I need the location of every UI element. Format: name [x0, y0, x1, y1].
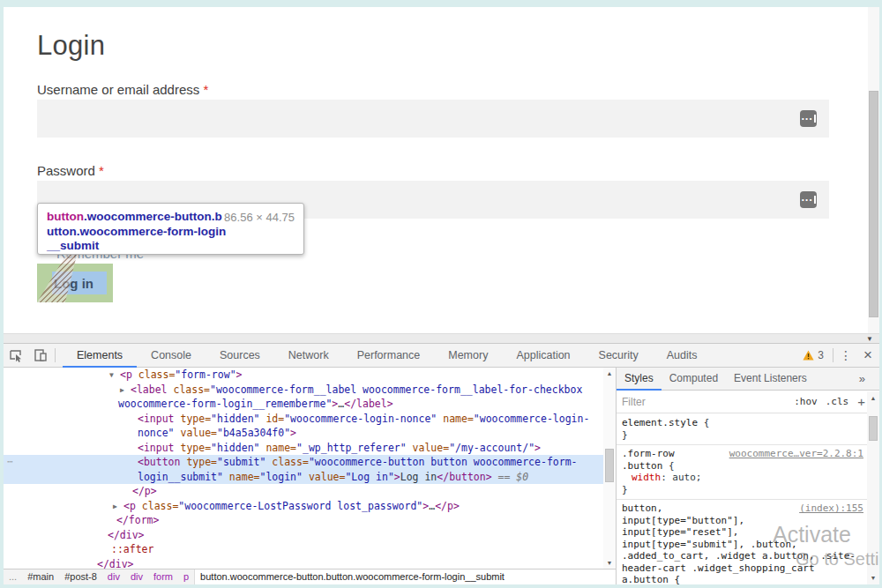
tooltip-selector-line: __submit	[47, 239, 295, 254]
stylesheet-link[interactable]: woocommerce…ver=2.2.8:1	[729, 448, 863, 460]
dom-tree-line[interactable]: ⋯<button type="submit" class="woocommerc…	[4, 455, 603, 470]
dom-tree-line[interactable]: </form>	[4, 513, 603, 528]
tab-memory[interactable]: Memory	[434, 344, 502, 368]
devtools-close-icon[interactable]: ×	[856, 344, 879, 367]
devtools-toolbar: ElementsConsoleSourcesNetworkPerformance…	[4, 344, 879, 368]
tab-application[interactable]: Application	[502, 344, 584, 368]
toggle-hover-state-button[interactable]: :hov	[794, 396, 818, 407]
toolbar-separator	[833, 348, 833, 362]
scroll-down-icon[interactable]: ▼	[866, 334, 873, 344]
dom-tree-line[interactable]: </div>	[4, 557, 603, 569]
dom-tree-line[interactable]: </p>	[4, 484, 603, 499]
styles-scrollbar-thumb[interactable]	[869, 416, 878, 441]
sidebar-tab-event-listeners[interactable]: Event Listeners	[726, 368, 815, 391]
styles-filter-row: :hov .cls +	[617, 391, 879, 413]
page-title: Login	[37, 30, 105, 62]
scroll-down-icon[interactable]: ▼	[603, 560, 616, 566]
page-viewport: Login Username or email address * ··· Pa…	[4, 7, 879, 333]
breadcrumb-item[interactable]: #post-8	[59, 569, 102, 584]
dom-tree-line[interactable]: ▼<p class="form-row">	[4, 368, 603, 383]
tooltip-selector-line: utton.woocommerce-form-login	[47, 225, 295, 240]
breadcrumb-selected-item[interactable]: button.woocommerce-button.button.woocomm…	[194, 569, 616, 584]
styles-scrollbar[interactable]: ▲ ▼	[867, 391, 879, 584]
elements-scrollbar-thumb[interactable]	[605, 449, 614, 482]
devtools-splitter[interactable]: ▼	[4, 333, 879, 344]
dom-tree-line[interactable]: </div>	[4, 528, 603, 543]
devtools-panel: ElementsConsoleSourcesNetworkPerformance…	[4, 344, 879, 584]
scroll-down-icon[interactable]: ▼	[867, 575, 879, 581]
username-input[interactable]: ···	[37, 100, 829, 138]
css-rule-line: }	[622, 429, 865, 442]
inspect-element-icon[interactable]	[4, 344, 28, 367]
new-style-rule-button[interactable]: +	[857, 394, 865, 409]
dom-tree-line[interactable]: login__submit" name="login" value="Log i…	[4, 470, 603, 485]
tooltip-dimensions: 86.56 × 44.75	[224, 211, 295, 224]
dom-tree-line[interactable]: <input type="hidden" id="woocommerce-log…	[4, 412, 603, 427]
more-tabs-icon[interactable]: »	[859, 372, 865, 385]
elements-scrollbar[interactable]: ▲ ▼	[603, 368, 616, 569]
breadcrumb-item[interactable]: #main	[22, 569, 59, 584]
toolbar-right-controls: 3 ⋮ ×	[803, 344, 879, 367]
toggle-class-button[interactable]: .cls	[826, 396, 849, 407]
dom-tree-line[interactable]: ▶<label class="woocommerce-form__label w…	[4, 383, 603, 398]
breadcrumb-item[interactable]: div	[102, 569, 125, 584]
required-asterisk: *	[203, 82, 208, 97]
css-rule-line: element.style {	[622, 417, 865, 429]
sidebar-tab-styles[interactable]: Styles	[617, 368, 662, 391]
css-rule[interactable]: woocommerce…ver=2.2.8:1.form-row.button …	[617, 445, 867, 500]
styles-filter-input[interactable]	[622, 396, 786, 408]
password-label: Password *	[37, 163, 104, 178]
tab-security[interactable]: Security	[585, 344, 653, 368]
css-rule-line: input[type="submit"], .button,	[622, 539, 865, 551]
dom-tree-line[interactable]: <input type="hidden" name="_wp_http_refe…	[4, 441, 603, 456]
css-rule-line: input[type="reset"],	[622, 526, 865, 539]
tab-performance[interactable]: Performance	[343, 344, 435, 368]
tab-sources[interactable]: Sources	[206, 344, 274, 368]
css-rule-line: .button {	[622, 460, 865, 473]
dom-tree-line[interactable]: ::after	[4, 542, 603, 557]
css-rule-line: a.button {	[622, 574, 865, 584]
page-scrollbar[interactable]	[868, 7, 879, 333]
scroll-up-icon[interactable]: ▲	[867, 395, 879, 401]
devtools-tabs: ElementsConsoleSourcesNetworkPerformance…	[63, 344, 711, 368]
breadcrumb-item[interactable]: p	[178, 569, 194, 584]
dom-tree-line[interactable]: nonce" value="b4a5a304f0">	[4, 426, 603, 441]
elements-tree: ▼<p class="form-row">▶<label class="wooc…	[4, 368, 603, 569]
sidebar-tab-computed[interactable]: Computed	[662, 368, 726, 391]
styles-rules: element.style {}woocommerce…ver=2.2.8:1.…	[617, 414, 867, 584]
css-rule-line: width: auto;	[622, 472, 865, 484]
tab-audits[interactable]: Audits	[653, 344, 712, 368]
css-rule[interactable]: element.style {}	[617, 414, 867, 445]
tab-network[interactable]: Network	[274, 344, 343, 368]
breadcrumb-item[interactable]: form	[148, 569, 178, 584]
css-rule-line: .added_to_cart, .widget a.button, .site-	[622, 550, 865, 562]
form-filler-icon[interactable]: ···	[800, 110, 817, 127]
toolbar-separator	[55, 348, 56, 362]
warning-icon	[803, 350, 814, 361]
warning-badge[interactable]: 3	[803, 349, 824, 361]
css-rule-line: }	[622, 484, 865, 496]
form-filler-icon[interactable]: ···	[800, 191, 817, 208]
inspect-tooltip: button.woocommerce-button.button.woocomm…	[37, 203, 304, 255]
device-toolbar-icon[interactable]	[28, 344, 53, 367]
styles-tabs: StylesComputedEvent Listeners»	[617, 368, 879, 391]
elements-panel: ▼<p class="form-row">▶<label class="wooc…	[4, 368, 616, 584]
tab-console[interactable]: Console	[137, 344, 206, 368]
tab-elements[interactable]: Elements	[63, 344, 137, 368]
warning-count: 3	[818, 349, 824, 361]
breadcrumb: ...#main#post-8divdivformpbutton.woocomm…	[4, 569, 616, 584]
required-asterisk: *	[99, 163, 104, 178]
browser-window: Login Username or email address * ··· Pa…	[4, 7, 879, 584]
breadcrumb-item[interactable]: div	[125, 569, 148, 584]
dom-tree-line[interactable]: ▶<p class="woocommerce-LostPassword lost…	[4, 499, 603, 514]
page-scrollbar-thumb[interactable]	[869, 91, 878, 317]
username-label: Username or email address *	[37, 82, 208, 97]
stylesheet-link[interactable]: (index):155	[799, 502, 863, 515]
breadcrumb-item[interactable]: ...	[4, 569, 22, 584]
css-rule-line: header-cart .widget_shopping_cart	[622, 562, 865, 575]
scroll-up-icon[interactable]: ▲	[603, 370, 616, 376]
dom-tree-line[interactable]: woocommerce-form-login__rememberme">…</l…	[4, 397, 603, 412]
devtools-menu-icon[interactable]: ⋮	[835, 348, 856, 362]
css-rule[interactable]: (index):155button,input[type="button"],i…	[617, 500, 867, 584]
css-rule-line: input[type="button"],	[622, 515, 865, 527]
